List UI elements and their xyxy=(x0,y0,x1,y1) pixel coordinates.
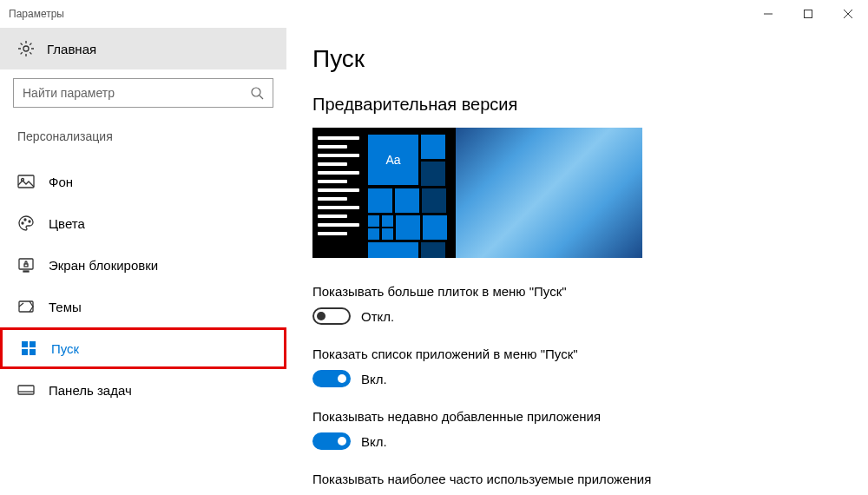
sidebar-item-lockscreen[interactable]: Экран блокировки xyxy=(0,244,286,286)
toggle-more-tiles[interactable] xyxy=(312,307,351,325)
toggle-state-label: Вкл. xyxy=(361,434,387,449)
setting-app-list: Показать список приложений в меню "Пуск"… xyxy=(312,346,842,387)
svg-rect-7 xyxy=(18,175,34,188)
toggle-state-label: Вкл. xyxy=(361,372,387,386)
themes-icon xyxy=(17,298,35,315)
palette-icon xyxy=(17,214,35,232)
start-preview: Aa xyxy=(312,128,642,258)
svg-rect-13 xyxy=(23,271,29,272)
setting-label: Показывать недавно добавленные приложени… xyxy=(312,409,842,424)
sidebar: Главная Персонализация Фон Цвета xyxy=(0,28,286,495)
close-button[interactable] xyxy=(828,0,868,28)
svg-point-5 xyxy=(252,88,260,96)
svg-rect-17 xyxy=(30,341,36,347)
svg-point-4 xyxy=(23,46,29,51)
nav-label: Панель задач xyxy=(49,383,132,398)
page-title: Пуск xyxy=(312,45,842,73)
window-controls xyxy=(748,0,868,28)
minimize-button[interactable] xyxy=(748,0,788,28)
setting-most-used: Показывать наиболее часто используемые п… xyxy=(312,472,842,486)
setting-more-tiles: Показывать больше плиток в меню "Пуск" О… xyxy=(312,284,842,325)
search-input[interactable] xyxy=(23,86,250,100)
search-icon xyxy=(250,86,264,100)
home-label: Главная xyxy=(47,42,96,56)
nav-label: Фон xyxy=(49,175,73,189)
setting-recent-apps: Показывать недавно добавленные приложени… xyxy=(312,409,842,450)
taskbar-icon xyxy=(17,381,35,399)
sidebar-home[interactable]: Главная xyxy=(0,28,286,69)
svg-rect-20 xyxy=(18,386,34,394)
toggle-state-label: Откл. xyxy=(361,309,394,324)
sidebar-item-background[interactable]: Фон xyxy=(0,161,286,202)
sidebar-item-taskbar[interactable]: Панель задач xyxy=(0,369,286,411)
svg-point-10 xyxy=(24,219,26,221)
svg-point-11 xyxy=(29,221,30,222)
svg-rect-1 xyxy=(805,10,812,18)
setting-label: Показывать больше плиток в меню "Пуск" xyxy=(312,284,842,299)
start-icon xyxy=(20,340,37,357)
nav-label: Цвета xyxy=(49,216,85,231)
toggle-recent-apps[interactable] xyxy=(312,432,351,450)
svg-rect-18 xyxy=(22,349,28,355)
maximize-button[interactable] xyxy=(788,0,828,28)
preview-heading: Предварительная версия xyxy=(312,95,842,115)
nav-label: Экран блокировки xyxy=(49,258,158,273)
svg-rect-19 xyxy=(30,349,36,355)
picture-icon xyxy=(17,173,35,190)
lockscreen-icon xyxy=(17,256,35,274)
toggle-app-list[interactable] xyxy=(312,370,351,387)
nav-label: Темы xyxy=(49,300,82,314)
preview-tile-aa: Aa xyxy=(368,135,418,185)
sidebar-item-start[interactable]: Пуск xyxy=(0,327,286,369)
gear-icon xyxy=(17,40,35,57)
window-title: Параметры xyxy=(9,8,64,20)
svg-point-9 xyxy=(22,222,23,224)
svg-rect-16 xyxy=(22,341,28,347)
titlebar: Параметры xyxy=(0,0,868,28)
nav-label: Пуск xyxy=(51,341,79,356)
svg-line-6 xyxy=(260,96,263,99)
category-label: Персонализация xyxy=(0,129,286,143)
main-panel: Пуск Предварительная версия Aa xyxy=(286,28,868,495)
setting-label: Показать список приложений в меню "Пуск" xyxy=(312,346,842,361)
sidebar-item-colors[interactable]: Цвета xyxy=(0,202,286,244)
setting-label: Показывать наиболее часто используемые п… xyxy=(312,472,842,486)
sidebar-item-themes[interactable]: Темы xyxy=(0,286,286,327)
search-box[interactable] xyxy=(13,78,273,108)
svg-rect-14 xyxy=(24,264,28,267)
